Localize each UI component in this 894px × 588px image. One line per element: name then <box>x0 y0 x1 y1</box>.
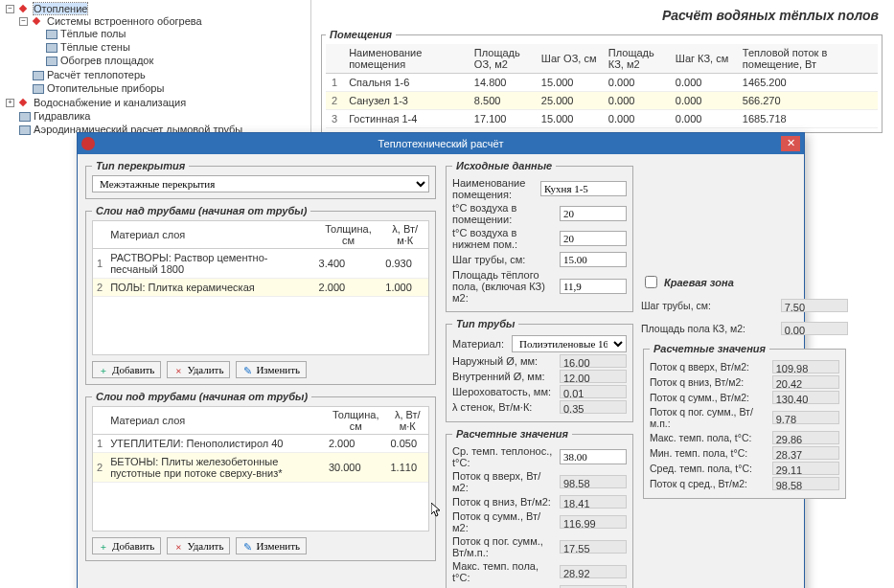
pipe-step-input[interactable] <box>560 252 627 267</box>
thermal-calc-dialog: Теплотехнический расчёт ✕ Тип перекрытия… <box>77 132 805 588</box>
below-edit-button[interactable]: Изменить <box>236 537 307 554</box>
button-label: Добавить <box>112 540 154 552</box>
edit-icon <box>242 541 252 551</box>
label-id: Внутренний Ø, мм: <box>452 371 556 382</box>
label-e-tmax: Макс. темп. пола, t°С: <box>650 432 768 443</box>
label-e-qavg: Поток q сред., Вт/м2: <box>650 478 768 489</box>
t-room-input[interactable] <box>560 206 627 221</box>
edge-calc-group: Расчетные значения Поток q вверх, Вт/м2:… <box>643 343 846 499</box>
layers-below-group: Слои под трубами (начиная от трубы) Мате… <box>85 391 436 561</box>
label-od: Наружный Ø, мм: <box>452 355 556 367</box>
label-area: Площадь тёплого пола, (включая КЗ) м2: <box>452 269 556 304</box>
pipe-lambda-value: 0.35 <box>560 400 627 414</box>
input-legend: Исходные данные <box>452 160 556 171</box>
input-data-group: Исходные данные Наименование помещения: … <box>446 160 633 312</box>
label-pipe-mat: Материал: <box>452 338 508 350</box>
label-tin: t°С воздуха в помещении: <box>452 202 556 225</box>
label-room: Наименование помещения: <box>452 177 537 200</box>
layers-above-table[interactable]: Материал слоя Толщина, см λ, Вт/м·К 1РАС… <box>93 221 428 297</box>
col-lambda: λ, Вт/м·К <box>381 221 428 249</box>
label-e-qdn: Поток q вниз, Вт/м2: <box>650 376 768 388</box>
button-label: Изменить <box>256 540 300 552</box>
tmax-value: 28.92 <box>560 565 627 578</box>
edge-zone-input[interactable] <box>645 276 657 288</box>
label-thn: Ср. темп. теплонос., t°С: <box>452 445 556 468</box>
layers-above-legend: Слои над трубами (начиная от трубы) <box>92 205 310 216</box>
button-label: Удалить <box>187 540 223 552</box>
delete-icon <box>173 365 183 374</box>
qup-value: 98.58 <box>560 475 627 488</box>
qdn-value: 18.41 <box>560 495 627 509</box>
pipe-id-value: 12.00 <box>560 370 627 383</box>
table-row[interactable]: 1УТЕПЛИТЕЛИ: Пенополистирол 402.0000.050 <box>93 435 428 453</box>
col-material: Материал слоя <box>106 407 325 435</box>
e-qavg-value: 98.58 <box>772 477 839 490</box>
floor-area-input[interactable] <box>560 279 627 294</box>
label-tmax: Макс. темп. пола, t°С: <box>452 560 556 583</box>
pipe-legend: Тип трубы <box>452 318 518 329</box>
pipe-material-select[interactable]: Полиэтиленовые 16x2.0 <box>512 335 627 352</box>
table-row[interactable]: 2ПОЛЫ: Плитка керамическая2.0001.000 <box>93 279 428 297</box>
layers-above-group: Слои над трубами (начиная от трубы) Мате… <box>85 205 436 385</box>
col-thickness: Толщина, см <box>325 407 387 435</box>
label-e-qsum: Поток q сумм., Вт/м2: <box>650 392 768 403</box>
edge-zone-label: Краевая зона <box>664 277 734 288</box>
dialog-title: Теплотехнический расчёт <box>101 138 781 149</box>
e-tmax-value: 29.86 <box>772 431 839 444</box>
pipe-type-group: Тип трубы Материал:Полиэтиленовые 16x2.0… <box>446 318 633 422</box>
pipe-od-value: 16.00 <box>560 354 627 368</box>
qlin-value: 17.55 <box>560 540 627 554</box>
above-delete-button[interactable]: Удалить <box>167 361 230 378</box>
label-step: Шаг трубы, см: <box>452 254 556 265</box>
button-label: Добавить <box>112 364 154 375</box>
table-row[interactable]: 2БЕТОНЫ: Плиты железобетонные пустотные … <box>93 453 428 483</box>
label-qsum: Поток q сумм., Вт/м2: <box>452 510 556 533</box>
col-thickness: Толщина, см <box>315 221 382 249</box>
modal-backdrop: Теплотехнический расчёт ✕ Тип перекрытия… <box>0 0 894 588</box>
calc-legend: Расчетные значения <box>452 428 572 440</box>
plus-icon <box>99 365 108 374</box>
edit-icon <box>242 365 252 374</box>
above-edit-button[interactable]: Изменить <box>236 361 307 378</box>
layers-below-table[interactable]: Материал слоя Толщина, см λ, Вт/м·К 1УТЕ… <box>93 407 428 483</box>
slab-type-legend: Тип перекрытия <box>92 160 189 171</box>
label-qlin: Поток q пог. сумм., Вт/м.п.: <box>452 535 556 558</box>
edge-step-value: 7.50 <box>781 299 848 312</box>
label-rough: Шероховатость, мм: <box>452 386 556 397</box>
layers-below-legend: Слои под трубами (начиная от трубы) <box>92 391 311 402</box>
plus-icon <box>99 541 108 551</box>
room-name-input[interactable] <box>540 181 627 196</box>
e-qsum-value: 130.40 <box>772 391 839 404</box>
coolant-temp-input[interactable] <box>560 449 627 464</box>
label-qup: Поток q вверх, Вт/м2: <box>452 470 556 493</box>
button-label: Изменить <box>256 364 300 375</box>
label-e-qlin: Поток q пог. сумм., Вт/м.п.: <box>650 406 768 429</box>
above-add-button[interactable]: Добавить <box>92 361 161 378</box>
below-add-button[interactable]: Добавить <box>92 537 161 554</box>
delete-icon <box>173 541 183 551</box>
close-button[interactable]: ✕ <box>781 136 800 151</box>
edge-calc-legend: Расчетные значения <box>650 343 769 354</box>
e-tmin-value: 28.37 <box>772 446 839 460</box>
pipe-rough-value: 0.01 <box>560 385 627 398</box>
col-material: Материал слоя <box>106 221 314 249</box>
e-tavg-value: 29.11 <box>772 462 839 475</box>
button-label: Удалить <box>187 364 223 375</box>
table-row[interactable]: 1РАСТВОРЫ: Раствор цементно-песчаный 180… <box>93 249 428 279</box>
label-e-tavg: Сред. темп. пола, t°С: <box>650 463 768 474</box>
edge-zone-checkbox[interactable]: Краевая зона <box>641 273 848 291</box>
dialog-titlebar[interactable]: Теплотехнический расчёт ✕ <box>78 133 804 154</box>
label-edge-area: Площадь пола КЗ, м2: <box>641 323 777 334</box>
label-qdn: Поток q вниз, Вт/м2: <box>452 496 556 508</box>
slab-type-select[interactable]: Межэтажные перекрытия <box>92 175 429 192</box>
app-icon <box>81 137 95 150</box>
label-e-tmin: Мин. темп. пола, t°С: <box>650 447 768 459</box>
edge-area-value: 0.00 <box>781 322 848 335</box>
col-lambda: λ, Вт/м·К <box>386 407 428 435</box>
label-e-qup: Поток q вверх, Вт/м2: <box>650 361 768 373</box>
slab-type-group: Тип перекрытия Межэтажные перекрытия <box>85 160 436 199</box>
e-qlin-value: 9.78 <box>772 411 839 424</box>
e-qdn-value: 20.42 <box>772 375 839 389</box>
t-below-input[interactable] <box>560 231 627 246</box>
below-delete-button[interactable]: Удалить <box>167 537 230 554</box>
